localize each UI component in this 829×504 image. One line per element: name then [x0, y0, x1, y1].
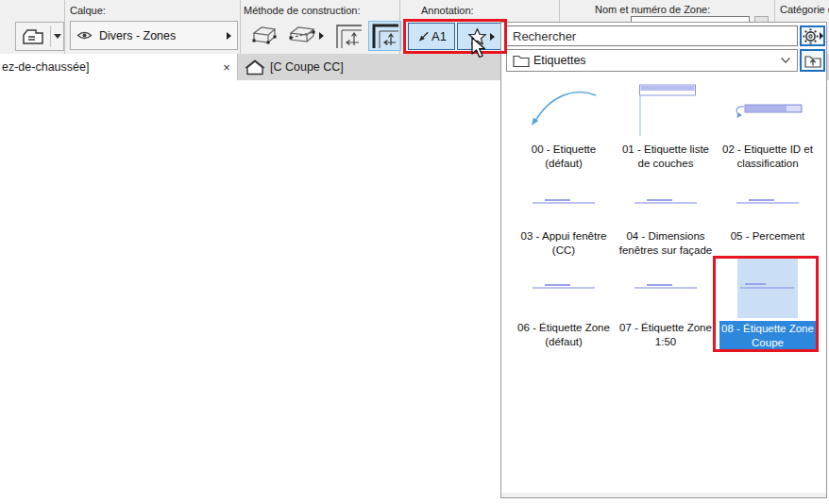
chevron-down-icon: [54, 34, 61, 39]
folder-icon: [513, 54, 530, 67]
favorite-item-label: 08 - Étiquette Zone Coupe: [719, 321, 817, 352]
popup-resize-strip[interactable]: [501, 493, 826, 497]
home-icon: [245, 59, 265, 76]
annotation-label-a1-button[interactable]: A1: [408, 23, 455, 50]
toolbar-separator: [240, 0, 241, 54]
flyout-arrow-icon: [227, 32, 231, 40]
favorite-item-04[interactable]: 04 - Dimensions fenêtres sur façade: [616, 179, 716, 258]
favorite-item-label: 06 - Étiquette Zone (défaut): [514, 321, 614, 349]
label-preview-flag: [616, 81, 716, 140]
eye-icon: [76, 27, 93, 44]
label-preview-lines: [616, 179, 716, 227]
settings-button[interactable]: [800, 25, 825, 46]
favorite-item-07[interactable]: 07 - Étiquette Zone 1:50: [616, 258, 716, 352]
annotation-section-label: Annotation:: [421, 5, 474, 16]
favorites-row: 00 - Etiquette (défaut) 01 - Etiquette l…: [514, 81, 818, 171]
star-icon: [467, 27, 487, 46]
method-thick-reference-button[interactable]: [368, 21, 401, 51]
folder-up-button[interactable]: [800, 49, 825, 72]
arrow-down-left-icon: [416, 29, 431, 43]
favorite-item-02[interactable]: 02 - Etiquette ID et classification: [718, 81, 818, 171]
folder-up-icon: [804, 54, 821, 68]
favorite-item-label: 05 - Percement: [731, 229, 805, 244]
tab-rez-de-chaussee[interactable]: ez-de-chaussée] ×: [0, 54, 237, 80]
flyout-arrow-icon: [820, 32, 823, 40]
toolbar-separator: [399, 0, 400, 54]
box-3d-dashed-icon: [287, 24, 317, 48]
favorite-item-label: 02 - Etiquette ID et classification: [718, 143, 818, 171]
chevron-down-icon: [780, 57, 791, 64]
zone-tool-button[interactable]: [15, 22, 64, 51]
favorite-item-label: 04 - Dimensions fenêtres sur façade: [616, 229, 716, 258]
favorite-item-label: 07 - Étiquette Zone 1:50: [616, 321, 716, 349]
method-polygon-button[interactable]: [247, 21, 281, 51]
layer-dropdown-value: Divers - Zones: [99, 29, 220, 42]
favorites-row: 06 - Étiquette Zone (défaut) 07 - Étique…: [514, 258, 818, 352]
favorites-popup: Etiquettes 00 - Etiquette (défaut): [500, 22, 827, 498]
tab-coupe-cc[interactable]: [C Coupe CC]: [238, 54, 344, 80]
search-input[interactable]: [506, 25, 798, 46]
annotation-favorites-button[interactable]: [457, 23, 504, 50]
label-preview-bar: [718, 81, 818, 140]
corner-dimension-thick-icon: [371, 23, 399, 49]
flyout-arrow-icon: [319, 32, 324, 40]
favorite-item-06[interactable]: 06 - Étiquette Zone (défaut): [514, 258, 614, 352]
a1-label: A1: [431, 29, 447, 43]
corner-dimension-icon: [334, 23, 363, 49]
zone-stamp-icon: [16, 27, 50, 46]
method-section-label: Méthode de construction:: [244, 5, 361, 16]
method-reference-button[interactable]: [331, 21, 365, 51]
favorite-item-08-selected[interactable]: 08 - Étiquette Zone Coupe: [718, 258, 818, 352]
label-preview-lines: [718, 179, 818, 227]
tab-label: ez-de-chaussée]: [2, 60, 216, 74]
folder-dropdown-value: Etiquettes: [533, 54, 776, 67]
gear-icon: [803, 28, 819, 44]
flyout-arrow-icon: [490, 33, 495, 41]
close-icon[interactable]: ×: [216, 60, 237, 75]
tab-label: [C Coupe CC]: [270, 60, 344, 74]
layer-dropdown[interactable]: Divers - Zones: [70, 21, 238, 50]
zone-name-section-label: Nom et numéro de Zone:: [595, 4, 710, 15]
toolbar-separator: [64, 0, 65, 54]
folder-dropdown[interactable]: Etiquettes: [506, 49, 798, 72]
zone-tool-dropdown[interactable]: [51, 34, 63, 39]
favorite-item-01[interactable]: 01 - Etiquette liste de couches: [616, 81, 716, 171]
favorite-item-label: 00 - Etiquette (défaut): [514, 143, 614, 171]
box-3d-icon: [250, 24, 279, 48]
label-preview-arrow: [514, 81, 614, 140]
favorite-item-label: 03 - Appui fenêtre (CC): [514, 229, 614, 258]
zone-category-section-label: Catégorie de zone:: [780, 4, 829, 15]
label-preview-lines: [514, 179, 614, 227]
favorite-item-00[interactable]: 00 - Etiquette (défaut): [514, 81, 614, 171]
method-slab-button[interactable]: [284, 21, 326, 51]
calque-section-label: Calque:: [70, 5, 106, 16]
favorite-item-label: 01 - Etiquette liste de couches: [616, 143, 716, 171]
favorite-item-05[interactable]: 05 - Percement: [718, 179, 818, 258]
label-preview-lines: [514, 258, 614, 318]
favorites-row: 03 - Appui fenêtre (CC) 04 - Dimensions …: [514, 179, 818, 258]
label-preview-lines: [616, 258, 716, 318]
label-preview-zone-section: [718, 258, 818, 318]
favorite-item-03[interactable]: 03 - Appui fenêtre (CC): [514, 179, 614, 258]
